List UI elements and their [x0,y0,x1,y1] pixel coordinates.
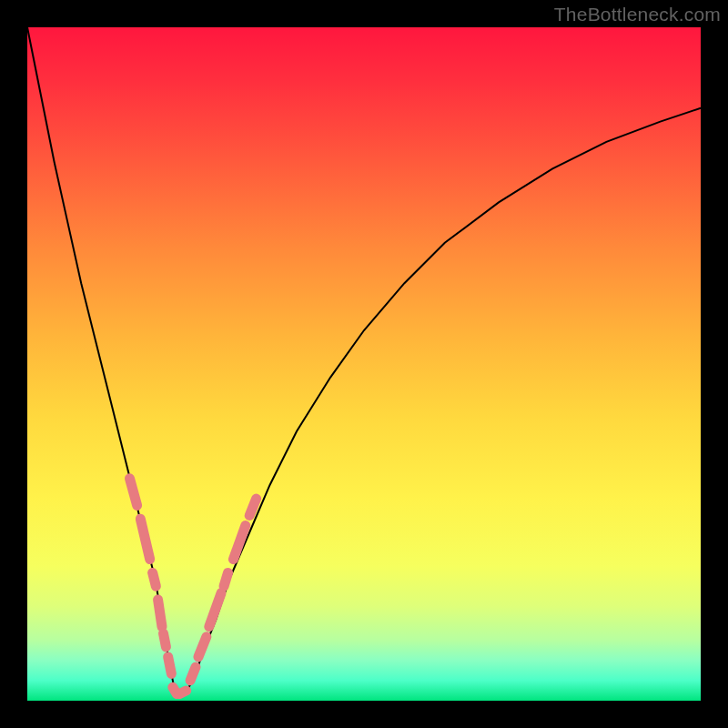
bead-segment [209,593,221,627]
bead-segment [179,691,186,694]
bead-segment [233,526,245,560]
bead-segment [190,667,196,681]
bead-segment [158,600,162,627]
bead-segment [198,637,207,657]
bead-segment [140,519,149,559]
bead-group [129,479,256,694]
chart-frame: TheBottleneck.com [0,0,728,728]
plot-area [27,27,701,701]
curve-svg [27,27,701,701]
bead-segment [224,572,228,586]
bead-segment [168,657,172,674]
bead-segment [129,479,136,506]
watermark-text: TheBottleneck.com [554,4,721,25]
bead-segment [163,633,166,647]
bead-segment [153,572,157,586]
bead-segment [249,499,256,516]
bottleneck-curve [27,27,701,694]
